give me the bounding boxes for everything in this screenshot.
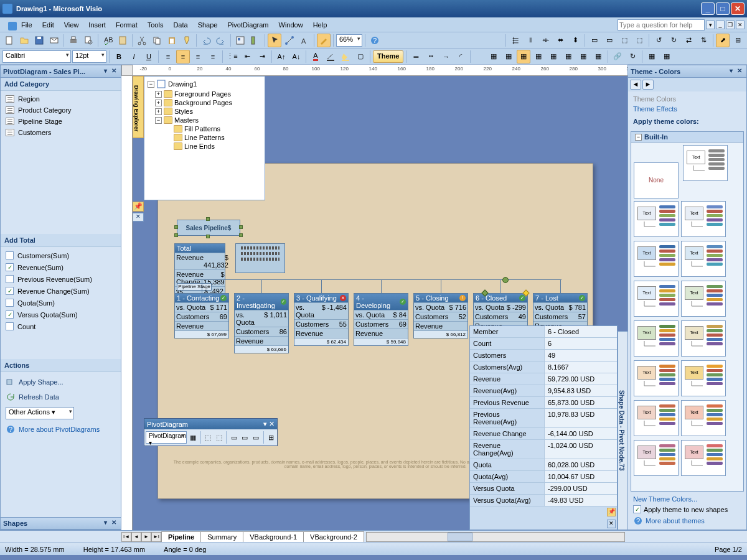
tree-item[interactable]: Line Patterns <box>155 133 263 142</box>
help-dropdown[interactable]: ▾ <box>706 21 715 29</box>
tree-item[interactable]: Fill Patterns <box>155 124 263 133</box>
theme-swatch[interactable]: Text <box>634 360 679 396</box>
align-left-button[interactable]: ≡ <box>161 50 175 63</box>
pt-btn2[interactable]: ⬚ <box>203 431 213 444</box>
next-page-button[interactable]: ► <box>141 532 151 542</box>
data-legend-button[interactable]: ▦ <box>660 50 674 63</box>
paste-button[interactable] <box>165 34 179 47</box>
page-tab[interactable]: Summary <box>200 531 243 542</box>
total-item[interactable]: Previous Revenue(Sum) <box>3 273 118 285</box>
menu-help[interactable]: Help <box>308 19 332 30</box>
print-button[interactable] <box>67 34 80 47</box>
theme-back-icon[interactable]: ◄ <box>630 80 641 90</box>
font-name-dropdown[interactable]: Calibri <box>2 50 71 63</box>
line-ends-button[interactable]: → <box>439 50 453 63</box>
theme-panel-close-icon[interactable]: ✕ <box>735 67 744 76</box>
font-color-button[interactable]: A <box>309 50 322 63</box>
total-item[interactable]: ✓Revenue(Sum) <box>3 261 118 273</box>
help-button[interactable]: ? <box>368 34 382 47</box>
help-search-input[interactable] <box>618 19 705 30</box>
apply-new-checkbox[interactable]: ✓ <box>633 505 641 513</box>
theme-forward-icon[interactable]: ► <box>642 80 654 90</box>
shadow-button[interactable]: ▢ <box>354 50 367 63</box>
pipeline-node[interactable]: 3 - Qualifying✕ vs. Quota$ -1,484 Custom… <box>294 293 349 346</box>
pt-btn1[interactable]: ▦ <box>188 431 198 444</box>
align-center-tool[interactable]: ⫴ <box>524 34 537 47</box>
decrease-font-button[interactable]: A↓ <box>289 50 303 63</box>
connector-tool-button[interactable] <box>283 34 296 47</box>
explorer-x-icon[interactable]: ✕ <box>133 213 144 222</box>
close-button[interactable]: ✕ <box>731 2 745 15</box>
pivot-source-dropdown[interactable]: PivotDiagram ▾ <box>146 431 187 444</box>
page-tab[interactable]: VBackground-1 <box>243 531 304 542</box>
rotate-left[interactable]: ↺ <box>652 34 665 47</box>
data-graphic-3[interactable]: ▦ <box>517 50 530 63</box>
format-painter-button[interactable] <box>180 34 194 47</box>
shape-data-close-icon[interactable]: ✕ <box>607 520 616 528</box>
increase-font-button[interactable]: A↑ <box>275 50 288 63</box>
builtin-collapse-icon[interactable]: − <box>635 134 642 141</box>
undo-button[interactable] <box>199 34 213 47</box>
tree-root[interactable]: −Drawing1 <box>146 78 263 90</box>
pivot-toolbar-dropdown-icon[interactable]: ▾ <box>263 420 267 428</box>
pointer-tool-button[interactable] <box>268 34 281 47</box>
menu-pivotdiagram[interactable]: PivotDiagram <box>222 19 273 30</box>
menu-format[interactable]: Format <box>111 19 143 30</box>
tree-item[interactable]: −Masters <box>155 116 263 124</box>
font-size-dropdown[interactable]: 12pt <box>72 50 106 63</box>
theme-swatch[interactable]: Text <box>634 201 679 237</box>
legend-node[interactable] <box>235 243 285 273</box>
mdi-close[interactable]: ✕ <box>736 21 745 29</box>
expand-icon[interactable]: + <box>155 91 162 98</box>
first-page-button[interactable]: I◄ <box>121 532 131 542</box>
mdi-minimize[interactable]: _ <box>716 21 725 29</box>
category-item[interactable]: Region <box>3 93 118 105</box>
italic-button[interactable]: I <box>127 50 141 63</box>
line-color-button[interactable] <box>324 50 337 63</box>
total-item[interactable]: ✓Revenue Change(Sum) <box>3 285 118 297</box>
theme-swatch[interactable]: Text <box>634 320 679 357</box>
page-tab[interactable]: Pipeline <box>161 531 201 542</box>
menu-window[interactable]: Window <box>274 19 308 30</box>
horizontal-scrollbar[interactable] <box>366 532 625 542</box>
minimize-button[interactable]: _ <box>701 2 715 15</box>
theme-swatch[interactable]: Text <box>681 281 726 317</box>
checkbox[interactable] <box>6 322 14 330</box>
pt-btn5[interactable]: ▭ <box>240 431 250 444</box>
panel-dropdown-icon[interactable]: ▾ <box>101 67 110 76</box>
ungroup[interactable]: ⬚ <box>632 34 646 47</box>
refresh-data-action[interactable]: Refresh Data <box>3 390 118 404</box>
shapes-panel-title[interactable]: Shapes <box>3 520 27 527</box>
theme-colors-link[interactable]: Theme Colors <box>633 95 741 103</box>
tree-item[interactable]: +Background Pages <box>155 98 263 107</box>
insert-data-button[interactable]: ▦ <box>645 50 659 63</box>
last-page-button[interactable]: ►I <box>151 532 161 542</box>
autoconnect-button[interactable]: ⬈ <box>716 34 730 47</box>
decrease-indent-button[interactable]: ⇤ <box>240 50 254 63</box>
menu-tools[interactable]: Tools <box>143 19 169 30</box>
theme-swatch[interactable]: Text <box>634 440 679 476</box>
theme-swatch[interactable]: Text <box>681 320 726 357</box>
group[interactable]: ⬚ <box>618 34 631 47</box>
print-preview-button[interactable] <box>82 34 95 47</box>
expand-icon[interactable]: − <box>155 117 162 124</box>
shape-data-pin-icon[interactable]: 📌 <box>607 508 616 516</box>
checkbox[interactable]: ✓ <box>6 310 14 319</box>
theme-swatch[interactable]: Text <box>681 201 726 237</box>
line-pattern-button[interactable]: ┅ <box>424 50 438 63</box>
theme-effects-link[interactable]: Theme Effects <box>633 105 741 113</box>
data-graphic-6[interactable]: ▦ <box>561 50 575 63</box>
total-item[interactable]: ✓Versus Quota(Sum) <box>3 309 118 320</box>
other-actions-dropdown[interactable]: Other Actions ▾ <box>6 407 74 419</box>
theme-swatch[interactable]: Text <box>634 241 679 277</box>
theme-swatch[interactable]: Text <box>681 241 726 277</box>
menu-edit[interactable]: Edit <box>37 19 59 30</box>
explorer-pin-icon[interactable]: 📌 <box>133 202 144 212</box>
checkbox[interactable] <box>6 251 14 259</box>
theme-swatch[interactable]: Text <box>681 400 726 436</box>
category-item[interactable]: Pipeline Stage <box>3 116 118 127</box>
stencil-button[interactable] <box>248 34 262 47</box>
tree-item[interactable]: +Styles <box>155 107 263 116</box>
prev-page-button[interactable]: ◄ <box>131 532 141 542</box>
canvas-area[interactable]: -200204060801001201401601802002202402602… <box>121 65 627 530</box>
